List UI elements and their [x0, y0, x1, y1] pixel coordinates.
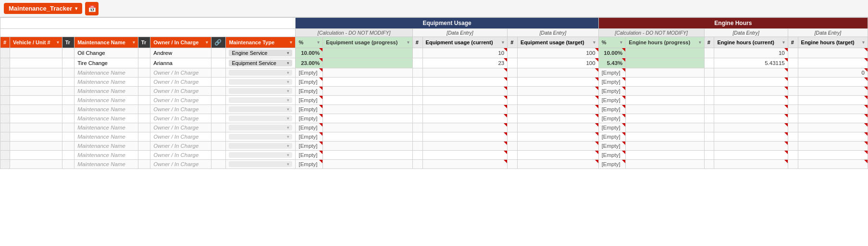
eq-prog-sort-icon[interactable]: ▾: [407, 40, 409, 45]
col-tag1: Tr: [62, 37, 74, 48]
cell-eq-target: 100: [518, 48, 599, 58]
eng-tgt-sort-icon[interactable]: ▾: [862, 40, 865, 45]
cell-eq-target-hash: [508, 48, 518, 58]
cell-maint-type[interactable]: ▾: [226, 87, 296, 96]
col-eq-pct: % ▾: [296, 37, 323, 48]
cell-tag1: [62, 142, 74, 151]
eng-curr-sort-icon[interactable]: ▾: [782, 40, 785, 45]
top-bar: Maintenance_Tracker ▾ 📅: [0, 0, 868, 17]
vehicle-sort-icon[interactable]: ▾: [57, 40, 59, 45]
maint-type-sort-icon[interactable]: ▾: [290, 40, 292, 45]
eng-calc-label: [Calculation - DO NOT MODIFY]: [598, 29, 704, 37]
cell-eng-progress-bar: [626, 78, 704, 87]
cell-maint-type[interactable]: Engine Service ▾: [226, 48, 296, 58]
cell-eng-progress-bar: [626, 114, 704, 123]
cell-tag2: [138, 78, 150, 87]
eng-prog-sort-icon[interactable]: ▾: [699, 40, 701, 45]
maint-type-dropdown-icon[interactable]: ▾: [287, 125, 289, 130]
maint-type-dropdown-icon[interactable]: ▾: [287, 70, 289, 75]
cell-eq-target: [518, 114, 599, 123]
cell-owner: Owner / In Charge: [150, 68, 211, 78]
eq-curr-sort-icon[interactable]: ▾: [502, 40, 504, 45]
cell-eq-progress: [Empty]: [296, 151, 323, 160]
maint-type-dropdown-icon[interactable]: ▾: [287, 51, 289, 55]
eng-pct-sort-icon[interactable]: ▾: [620, 40, 622, 45]
equipment-usage-header: Equipment Usage: [296, 18, 598, 29]
col-vehicle-unit: Vehicle / Unit # ▾: [10, 37, 62, 48]
eq-pct-sort-icon[interactable]: ▾: [317, 40, 320, 45]
maint-type-dropdown-icon[interactable]: ▾: [287, 107, 289, 112]
cell-eq-progress: [Empty]: [296, 114, 323, 123]
cell-eq-target-hash: [508, 151, 518, 160]
cell-eng-progress-bar: [626, 132, 704, 142]
maint-type-dropdown-icon[interactable]: ▾: [287, 162, 289, 167]
cell-eq-target: [518, 68, 599, 78]
maint-type-dropdown-icon[interactable]: ▾: [287, 143, 289, 148]
cell-maint-name: Oil Change: [74, 48, 138, 58]
cell-eng-progress: 10.00%: [598, 48, 626, 58]
maint-type-dropdown-icon[interactable]: ▾: [287, 98, 289, 103]
cell-maint-type[interactable]: ▾: [226, 105, 296, 114]
col-eq-hash2: #: [508, 37, 518, 48]
cell-eng-target: [798, 132, 868, 142]
cell-maint-type[interactable]: ▾: [226, 142, 296, 151]
calendar-icon-button[interactable]: 📅: [85, 2, 99, 15]
cell-owner: Owner / In Charge: [150, 132, 211, 142]
maint-type-dropdown-icon[interactable]: ▾: [287, 153, 289, 157]
cell-maint-type[interactable]: ▾: [226, 151, 296, 160]
cell-maint-type[interactable]: ▾: [226, 160, 296, 169]
cell-eq-target: [518, 123, 599, 132]
cell-maint-type[interactable]: ▾: [226, 96, 296, 105]
cell-eng-target-hash: [788, 87, 798, 96]
cell-tag2: [138, 96, 150, 105]
cell-eng-current-hash: [704, 48, 714, 58]
col-eng-progress: Engine hours (progress) ▾: [626, 37, 704, 48]
cell-eng-current-hash: [704, 58, 714, 68]
cell-maint-type[interactable]: Equipment Service ▾: [226, 58, 296, 68]
maint-type-dropdown-icon[interactable]: ▾: [287, 89, 289, 93]
cell-eng-current: [714, 105, 788, 114]
cell-eng-current: [714, 151, 788, 160]
app-title-button[interactable]: Maintenance_Tracker ▾: [4, 3, 82, 14]
cell-rownum: [0, 68, 10, 78]
owner-sort-icon[interactable]: ▾: [206, 40, 208, 45]
cell-link: [211, 132, 226, 142]
cell-eng-target: [798, 96, 868, 105]
maint-name-sort-icon[interactable]: ▾: [133, 40, 135, 45]
maint-type-value: Equipment Service: [232, 60, 276, 66]
cell-rownum: [0, 123, 10, 132]
cell-link: [211, 78, 226, 87]
cell-maint-type[interactable]: ▾: [226, 68, 296, 78]
eq-tgt-sort-icon[interactable]: ▾: [593, 40, 595, 45]
cell-link: [211, 114, 226, 123]
cell-tag1: [62, 123, 74, 132]
cell-vehicle: [10, 160, 62, 169]
cell-eq-target-hash: [508, 58, 518, 68]
cell-eng-target: [798, 123, 868, 132]
link-icon-col: 🔗: [214, 39, 222, 46]
maint-type-dropdown-icon[interactable]: ▾: [287, 79, 289, 84]
maint-type-dropdown-icon[interactable]: ▾: [287, 134, 289, 139]
cell-maint-type[interactable]: ▾: [226, 78, 296, 87]
cell-eng-current: 10: [714, 48, 788, 58]
cell-maint-name: Maintenance Name: [74, 132, 138, 142]
cell-maint-type[interactable]: ▾: [226, 132, 296, 142]
cell-eq-current: 23: [422, 58, 508, 68]
maint-type-dropdown-icon[interactable]: ▾: [287, 116, 289, 121]
cell-eng-current: [714, 96, 788, 105]
cell-eng-progress-bar: [626, 96, 704, 105]
cell-maint-type[interactable]: ▾: [226, 123, 296, 132]
cell-vehicle: [10, 123, 62, 132]
cell-eq-current-hash: [412, 123, 422, 132]
cell-eng-target-hash: [788, 123, 798, 132]
cell-eq-progress: [Empty]: [296, 78, 323, 87]
table-row: Maintenance NameOwner / In Charge ▾ [Emp…: [0, 132, 868, 142]
cell-eng-progress-bar: [626, 48, 704, 58]
cell-tag1: [62, 132, 74, 142]
cell-rownum: [0, 58, 10, 68]
cell-eq-current-hash: [412, 151, 422, 160]
cell-owner: Arianna: [150, 58, 211, 68]
maint-type-dropdown-icon[interactable]: ▾: [287, 61, 289, 65]
cell-eq-target-hash: [508, 142, 518, 151]
cell-maint-type[interactable]: ▾: [226, 114, 296, 123]
